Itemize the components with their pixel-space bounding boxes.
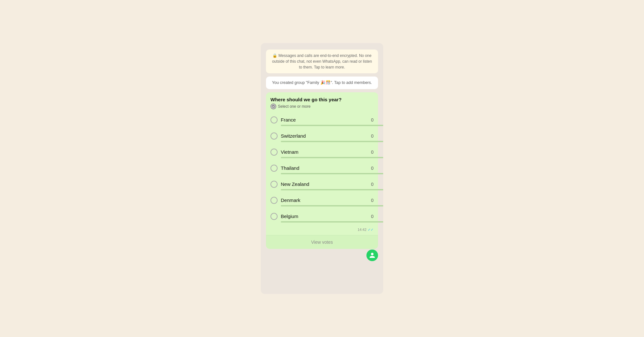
poll-option[interactable]: Belgium 0: [270, 210, 374, 226]
poll-option-count-5: 0: [368, 198, 374, 203]
poll-option-count-0: 0: [368, 117, 374, 123]
poll-radio-2[interactable]: [270, 149, 278, 156]
poll-radio-5[interactable]: [270, 197, 278, 204]
poll-option-label-3: Thailand: [281, 165, 299, 171]
group-created-text: You created group "Family 🎉🎊". Tap to ad…: [272, 80, 372, 85]
poll-double-tick: ✓✓: [368, 228, 374, 232]
poll-option-count-1: 0: [368, 133, 374, 139]
view-votes-button[interactable]: View votes: [266, 235, 378, 249]
poll-bar-track-3: [281, 173, 383, 174]
poll-option[interactable]: Vietnam 0: [270, 145, 374, 161]
svg-point-0: [271, 105, 275, 108]
poll-option-label-2: Vietnam: [281, 149, 298, 155]
poll-bubble: Where should we go this year? Select one…: [266, 92, 378, 249]
chat-window: 🔒 Messages and calls are end-to-end encr…: [261, 43, 383, 294]
poll-option-count-3: 0: [368, 166, 374, 171]
poll-bar-track-2: [281, 157, 383, 158]
poll-options-container: France 0 Switzerland 0: [270, 113, 374, 226]
encryption-text: 🔒 Messages and calls are end-to-end encr…: [272, 53, 372, 69]
poll-bar-track-4: [281, 189, 383, 190]
poll-option[interactable]: New Zealand 0: [270, 178, 374, 194]
poll-option-label-5: Denmark: [281, 197, 300, 203]
poll-option-count-6: 0: [368, 214, 374, 219]
poll-bar-track-5: [281, 205, 383, 206]
poll-bar-track-1: [281, 141, 383, 142]
poll-option-count-2: 0: [368, 150, 374, 155]
poll-option[interactable]: Thailand 0: [270, 161, 374, 178]
poll-timestamp: 14:42: [357, 228, 366, 232]
poll-option[interactable]: Switzerland 0: [270, 129, 374, 145]
poll-bar-track-0: [281, 125, 383, 126]
poll-option-label-6: Belgium: [281, 214, 298, 219]
poll-timestamp-row: 14:42 ✓✓: [270, 226, 374, 235]
poll-option-count-4: 0: [368, 182, 374, 187]
poll-option-label-0: France: [281, 117, 296, 123]
poll-option-label-1: Switzerland: [281, 133, 306, 139]
poll-radio-6[interactable]: [270, 213, 278, 220]
poll-bar-track-6: [281, 221, 383, 223]
poll-radio-3[interactable]: [270, 165, 278, 172]
poll-option[interactable]: France 0: [270, 113, 374, 129]
poll-option[interactable]: Denmark 0: [270, 194, 374, 210]
bottom-avatar: [366, 250, 378, 261]
poll-icon: [270, 104, 276, 109]
poll-radio-1[interactable]: [270, 132, 278, 140]
poll-question: Where should we go this year?: [270, 97, 374, 102]
poll-radio-0[interactable]: [270, 116, 278, 123]
poll-subtitle-text: Select one or more: [278, 104, 310, 109]
encryption-notice[interactable]: 🔒 Messages and calls are end-to-end encr…: [266, 50, 378, 73]
poll-subtitle: Select one or more: [270, 104, 374, 109]
group-created-notice[interactable]: You created group "Family 🎉🎊". Tap to ad…: [266, 77, 378, 89]
poll-radio-4[interactable]: [270, 181, 278, 188]
poll-option-label-4: New Zealand: [281, 181, 309, 187]
